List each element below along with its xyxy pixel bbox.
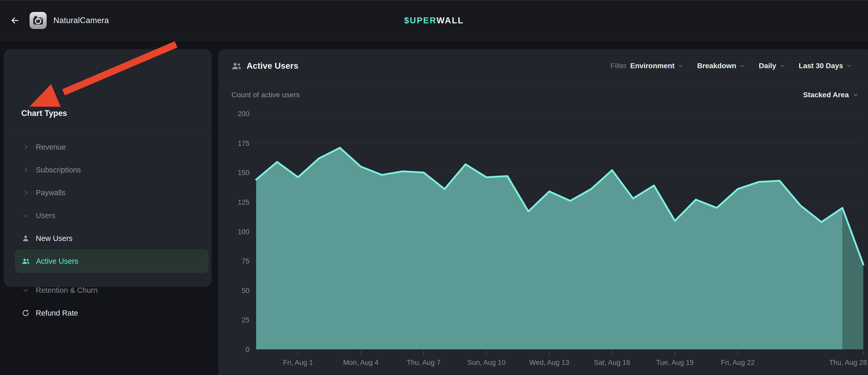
sidebar-item-revenue[interactable]: Revenue xyxy=(15,136,209,158)
breakdown-value: Breakdown xyxy=(697,62,736,70)
date-range-dropdown[interactable]: Last 30 Days xyxy=(792,62,859,70)
chart-subtitle: Count of active users xyxy=(231,91,300,99)
sidebar-item-subscriptions[interactable]: Subscriptions xyxy=(15,158,209,181)
sidebar-item-new-users[interactable]: New Users xyxy=(15,227,209,250)
chart-types-panel: Chart Types Revenue Subscriptions Paywal… xyxy=(4,49,212,287)
filter-toolbar: Filter Environment Breakdown Daily Last … xyxy=(604,49,859,83)
chevron-right-icon xyxy=(21,188,30,197)
sidebar-item-label: Active Users xyxy=(36,257,78,265)
sidebar-item-label: New Users xyxy=(36,234,72,243)
chart-title: Active Users xyxy=(247,61,299,71)
x-axis-label: Mon, Aug 4 xyxy=(343,359,378,367)
x-axis-label: Thu, Aug 28 xyxy=(829,359,867,367)
interval-value: Daily xyxy=(759,62,776,70)
sidebar-item-label: Paywalls xyxy=(36,189,65,197)
chevron-down-icon xyxy=(846,63,852,69)
arrow-left-icon xyxy=(10,15,20,26)
sidebar-item-label: Revenue xyxy=(36,143,66,152)
sidebar-item-label: Users xyxy=(36,211,56,220)
superwall-logo: $UPERWALL xyxy=(404,15,464,25)
chart-types-title: Chart Types xyxy=(21,109,67,118)
environment-filter-value: Environment xyxy=(630,62,675,70)
chevron-down-icon xyxy=(779,63,785,69)
app-name: NaturalCamera xyxy=(53,16,109,25)
people-icon xyxy=(231,61,242,71)
sidebar-item-refund-rate[interactable]: Refund Rate xyxy=(15,302,209,324)
area-fill-partial xyxy=(842,208,863,349)
chevron-right-icon xyxy=(21,165,30,174)
chevron-down-icon xyxy=(852,92,859,98)
x-axis-label: Sun, Aug 10 xyxy=(467,359,505,367)
person-icon xyxy=(21,234,30,243)
chevron-right-icon xyxy=(21,143,30,152)
divider xyxy=(8,130,216,131)
sidebar-item-label: Retention & Churn xyxy=(36,286,98,294)
environment-filter-dropdown[interactable]: Filter Environment xyxy=(604,62,690,70)
chart-type-value: Stacked Area xyxy=(803,91,849,99)
filter-label: Filter xyxy=(611,62,627,70)
y-axis-label: 200 xyxy=(238,110,249,118)
x-axis-label: Fri, Aug 22 xyxy=(721,359,755,367)
logo-rest: WALL xyxy=(436,15,464,25)
date-range-value: Last 30 Days xyxy=(799,62,843,70)
sidebar-item-label: Subscriptions xyxy=(36,166,81,174)
chevron-down-icon xyxy=(21,286,30,294)
y-axis-label: 75 xyxy=(242,257,249,265)
x-axis-label: Sat, Aug 16 xyxy=(594,359,630,367)
x-axis-label: Wed, Aug 13 xyxy=(529,359,569,367)
chevron-down-icon xyxy=(739,63,745,69)
x-axis-label: Thu, Aug 7 xyxy=(407,359,441,367)
top-bar: NaturalCamera $UPERWALL xyxy=(0,0,868,40)
sidebar-item-users[interactable]: Users xyxy=(15,204,209,227)
y-axis-label: 125 xyxy=(238,198,249,206)
y-axis-label: 175 xyxy=(238,139,249,147)
chart-type-dropdown[interactable]: Stacked Area xyxy=(803,91,859,99)
area-fill xyxy=(256,148,842,349)
chevron-down-icon xyxy=(21,211,30,220)
chart-card-header: Active Users Filter Environment Breakdow… xyxy=(219,49,868,83)
y-axis-label: 25 xyxy=(242,316,249,324)
people-icon xyxy=(22,257,30,265)
logo-accent: $UPER xyxy=(404,15,436,25)
sidebar-item-label: Refund Rate xyxy=(36,309,78,317)
breakdown-dropdown[interactable]: Breakdown xyxy=(690,62,752,70)
refresh-icon xyxy=(21,309,30,317)
chevron-down-icon xyxy=(678,63,683,69)
y-axis-label: 50 xyxy=(242,287,249,294)
y-axis-label: 0 xyxy=(246,346,249,353)
back-button[interactable] xyxy=(7,13,23,28)
sidebar-item-paywalls[interactable]: Paywalls xyxy=(15,181,209,204)
interval-dropdown[interactable]: Daily xyxy=(752,62,792,70)
camera-icon xyxy=(32,14,44,27)
x-axis-label: Tue, Aug 19 xyxy=(656,359,694,367)
x-axis-label: Fri, Aug 1 xyxy=(283,359,313,367)
app-icon-natural-camera xyxy=(30,12,46,29)
y-axis-label: 100 xyxy=(238,228,249,236)
sidebar-item-retention-churn[interactable]: Retention & Churn xyxy=(15,279,209,302)
sidebar-item-active-users[interactable]: Active Users xyxy=(15,250,209,273)
y-axis-label: 150 xyxy=(238,169,249,177)
stacked-area-chart[interactable]: 0255075100125150175200Fri, Aug 1Mon, Aug… xyxy=(228,104,868,375)
